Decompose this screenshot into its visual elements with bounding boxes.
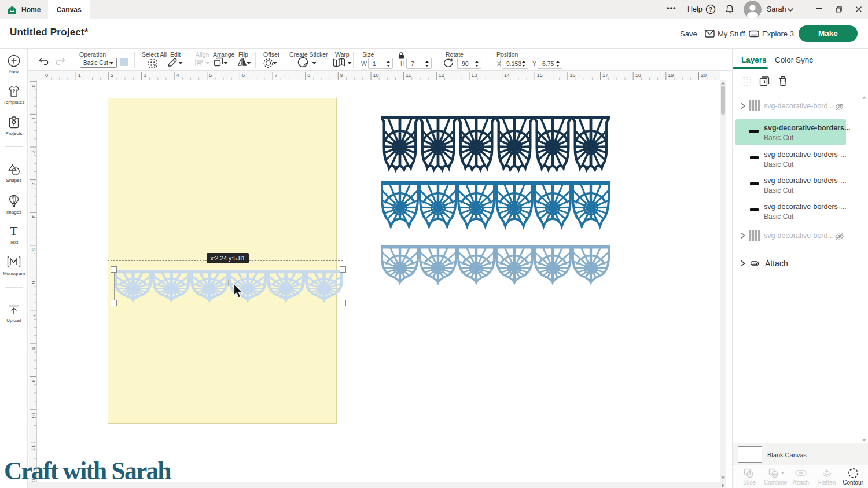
- svg-text:7: 7: [31, 314, 36, 317]
- svg-text:15: 15: [537, 72, 543, 78]
- svg-text:7: 7: [275, 72, 278, 78]
- svg-text:2: 2: [111, 72, 113, 78]
- svg-text:20: 20: [701, 72, 707, 78]
- svg-text:?: ?: [709, 6, 712, 13]
- svg-text:9: 9: [340, 72, 343, 78]
- svg-text:3: 3: [144, 72, 146, 78]
- svg-text:1: 1: [78, 72, 81, 78]
- svg-text:11: 11: [31, 445, 36, 450]
- svg-text:13: 13: [471, 72, 477, 78]
- svg-text:16: 16: [569, 72, 575, 78]
- svg-text:10: 10: [373, 72, 379, 78]
- svg-text:6: 6: [31, 281, 36, 284]
- svg-text:8: 8: [307, 72, 310, 78]
- svg-text:11: 11: [406, 72, 411, 78]
- svg-text:3: 3: [31, 183, 36, 186]
- svg-text:6: 6: [242, 72, 245, 78]
- svg-text:8: 8: [31, 347, 36, 350]
- svg-text:4: 4: [176, 72, 179, 78]
- svg-text:17: 17: [602, 72, 608, 78]
- svg-text:5: 5: [209, 72, 212, 78]
- svg-text:0: 0: [45, 72, 48, 78]
- svg-text:12: 12: [439, 72, 444, 78]
- svg-text:10: 10: [31, 412, 36, 418]
- svg-text:18: 18: [635, 72, 641, 78]
- svg-text:1: 1: [31, 117, 36, 120]
- svg-text:0: 0: [31, 85, 36, 87]
- svg-text:5: 5: [31, 248, 36, 251]
- svg-text:2: 2: [31, 150, 36, 153]
- svg-text:9: 9: [31, 380, 36, 383]
- svg-text:14: 14: [504, 72, 510, 78]
- svg-text:19: 19: [668, 72, 674, 78]
- svg-text:4: 4: [31, 215, 36, 218]
